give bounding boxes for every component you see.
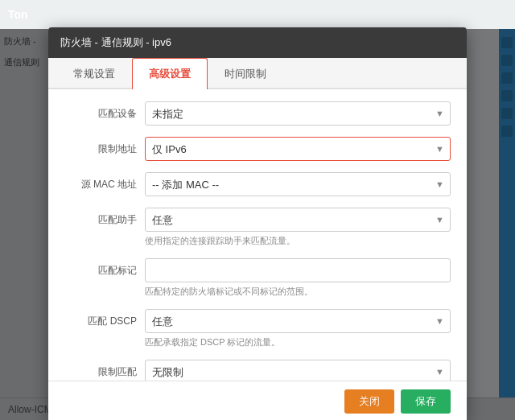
hint-match-helper: 使用指定的连接跟踪助手来匹配流量。 bbox=[145, 235, 451, 247]
label-limit-address: 限制地址 bbox=[64, 142, 137, 156]
input-wrap-match-helper: 任意 ▼ bbox=[145, 208, 451, 232]
modal-header: 防火墙 - 通信规则 - ipv6 bbox=[48, 27, 467, 58]
select-match-helper[interactable]: 任意 bbox=[145, 208, 451, 232]
save-button[interactable]: 保存 bbox=[401, 389, 451, 414]
hint-match-mark: 匹配特定的防火墙标记或不同标记的范围。 bbox=[145, 286, 451, 298]
form-row-match-helper: 匹配助手 任意 ▼ bbox=[64, 208, 451, 232]
form-row-src-mac: 源 MAC 地址 -- 添加 MAC -- ▼ bbox=[64, 172, 451, 196]
input-wrap-match-device: 未指定 br-lan eth0 eth1 ▼ bbox=[145, 101, 451, 126]
input-wrap-match-dscp: 任意 ▼ bbox=[145, 309, 451, 333]
modal-footer: 关闭 保存 bbox=[48, 381, 467, 420]
modal-body: 常规设置 高级设置 时间限制 匹配设备 未指定 br-lan eth0 bbox=[48, 58, 467, 381]
content-area: 防火墙 - 通信规则 Allow-ICMPv6-Forward 防火墙 - 通信… bbox=[0, 29, 515, 420]
label-match-mark: 匹配标记 bbox=[64, 264, 137, 278]
input-wrap-match-mark bbox=[145, 258, 451, 282]
select-match-device[interactable]: 未指定 br-lan eth0 eth1 bbox=[145, 101, 451, 126]
hint-match-dscp: 匹配承载指定 DSCP 标记的流量。 bbox=[145, 336, 451, 348]
label-match-helper: 匹配助手 bbox=[64, 213, 137, 227]
form-section: 匹配设备 未指定 br-lan eth0 eth1 ▼ bbox=[48, 89, 467, 381]
tab-modal-advanced[interactable]: 高级设置 bbox=[132, 58, 208, 89]
select-match-dscp[interactable]: 任意 bbox=[145, 309, 451, 333]
form-row-limit-address: 限制地址 仅 IPv6 仅 IPv4 任意 ▼ ← bbox=[64, 137, 451, 161]
cancel-button[interactable]: 关闭 bbox=[344, 389, 394, 414]
form-row-match-mark: 匹配标记 bbox=[64, 258, 451, 282]
logo: Ton bbox=[0, 0, 28, 29]
tab-modal-general[interactable]: 常规设置 bbox=[56, 58, 132, 89]
modal-dialog: 防火墙 - 通信规则 - ipv6 常规设置 高级设置 时间限制 匹配设备 bbox=[48, 27, 467, 420]
select-limit-address[interactable]: 仅 IPv6 仅 IPv4 任意 bbox=[145, 137, 451, 161]
tab-modal-time[interactable]: 时间限制 bbox=[208, 58, 283, 89]
modal-breadcrumb: 防火墙 - 通信规则 - ipv6 bbox=[60, 35, 171, 50]
select-src-mac[interactable]: -- 添加 MAC -- bbox=[145, 172, 451, 196]
input-wrap-limit-address: 仅 IPv6 仅 IPv4 任意 ▼ bbox=[145, 137, 451, 161]
form-row-match-dscp: 匹配 DSCP 任意 ▼ bbox=[64, 309, 451, 333]
red-arrow-icon: ← bbox=[465, 138, 467, 159]
label-rate-limit: 限制匹配 bbox=[64, 365, 137, 379]
input-wrap-rate-limit: 无限制 ▼ bbox=[145, 360, 451, 381]
form-row-rate-limit: 限制匹配 无限制 ▼ bbox=[64, 360, 451, 381]
modal-tabs: 常规设置 高级设置 时间限制 bbox=[48, 58, 467, 89]
input-wrap-src-mac: -- 添加 MAC -- ▼ bbox=[145, 172, 451, 196]
form-row-match-device: 匹配设备 未指定 br-lan eth0 eth1 ▼ bbox=[64, 101, 451, 126]
input-match-mark[interactable] bbox=[145, 258, 451, 282]
modal-overlay: 防火墙 - 通信规则 - ipv6 常规设置 高级设置 时间限制 匹配设备 bbox=[0, 29, 515, 420]
label-match-dscp: 匹配 DSCP bbox=[64, 315, 137, 328]
logo-text: Ton bbox=[8, 8, 28, 21]
label-src-mac: 源 MAC 地址 bbox=[64, 178, 137, 191]
label-match-device: 匹配设备 bbox=[64, 107, 137, 121]
select-rate-limit[interactable]: 无限制 bbox=[145, 360, 451, 381]
